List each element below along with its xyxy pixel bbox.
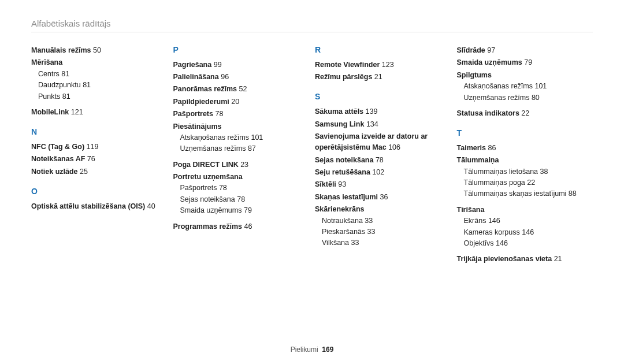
index-entry[interactable]: Sīktēli 93: [315, 179, 451, 190]
index-columns: Manuālais režīms 50MērīšanaCentrs 81Daud…: [31, 44, 593, 265]
index-subentry[interactable]: Objektīvs 146: [457, 238, 593, 249]
index-entry[interactable]: Sākuma attēls 139: [315, 106, 451, 117]
page-header: Alfabētiskais rādītājs: [31, 18, 593, 32]
index-subentry[interactable]: Notraukšana 33: [315, 216, 451, 226]
index-subentry[interactable]: Pašportrets 78: [173, 183, 310, 194]
section-letter: P: [173, 44, 310, 57]
index-entry[interactable]: Smaida uzņēmums 79: [457, 57, 593, 68]
index-group-head: Skārienekrāns: [315, 204, 451, 215]
index-subentry[interactable]: Tālummaiņas skaņas iestatījumi 88: [457, 188, 593, 199]
index-subentry[interactable]: Punkts 81: [31, 91, 168, 102]
index-entry[interactable]: Pagriešana 99: [173, 60, 310, 70]
index-entry[interactable]: Poga DIRECT LINK 23: [173, 159, 310, 170]
section-letter: S: [315, 91, 451, 103]
index-subentry[interactable]: Uzņemšanas režīms 87: [173, 143, 310, 154]
index-entry[interactable]: Sejas noteikšana 78: [315, 155, 451, 166]
index-entry[interactable]: Palielināšana 96: [173, 72, 310, 83]
index-subentry[interactable]: Atskaņošanas režīms 101: [173, 132, 310, 143]
index-entry[interactable]: Statusa indikators 22: [457, 108, 593, 119]
index-subentry[interactable]: Centrs 81: [31, 69, 168, 80]
index-subentry[interactable]: Atskaņošanas režīms 101: [457, 81, 593, 92]
index-subentry[interactable]: Vilkšana 33: [315, 237, 451, 248]
index-group-head: Mērīšana: [31, 57, 168, 68]
index-subentry[interactable]: Ekrāns 146: [457, 216, 593, 226]
index-group-head: Tīrīšana: [457, 205, 593, 216]
index-group-head: Spilgtums: [457, 70, 593, 81]
section-letter: O: [31, 185, 168, 198]
index-entry[interactable]: Trijkāja pievienošanas vieta 21: [457, 254, 593, 265]
index-entry[interactable]: Noteikšanas AF 76: [31, 154, 168, 165]
column-3: RRemote Viewfinder 123Režīmu pārslēgs 21…: [315, 44, 451, 265]
index-subentry[interactable]: Smaida uzņēmums 79: [173, 205, 310, 216]
index-group-head: Tālummaiņa: [457, 155, 593, 166]
index-entry[interactable]: Taimeris 86: [457, 143, 593, 154]
page-footer: Pielikumi 169: [0, 346, 624, 354]
footer-label: Pielikumi: [291, 346, 318, 354]
index-subentry[interactable]: Kameras korpuss 146: [457, 227, 593, 238]
index-entry[interactable]: Seju retušēšana 102: [315, 167, 451, 178]
index-group-head: Portretu uzņemšana: [173, 172, 310, 183]
index-entry[interactable]: Papildpiederumi 20: [173, 96, 310, 107]
section-letter: T: [457, 127, 593, 140]
index-entry[interactable]: Manuālais režīms 50: [31, 45, 168, 56]
column-1: Manuālais režīms 50MērīšanaCentrs 81Daud…: [31, 44, 168, 265]
index-subentry[interactable]: Daudzpunktu 81: [31, 80, 168, 91]
index-subentry[interactable]: Uzņemšanas režīms 80: [457, 92, 593, 103]
index-entry[interactable]: Remote Viewfinder 123: [315, 60, 451, 70]
index-entry[interactable]: MobileLink 121: [31, 107, 168, 118]
index-subentry[interactable]: Sejas noteikšana 78: [173, 194, 310, 205]
index-group-head: Piesātinājums: [173, 121, 310, 132]
index-entry[interactable]: Skaņas iestatījumi 36: [315, 192, 451, 203]
index-entry[interactable]: Optiskā attēlu stabilizēšana (OIS) 40: [31, 201, 168, 212]
index-subentry[interactable]: Tālummaiņas lietošana 38: [457, 166, 593, 177]
index-subentry[interactable]: Pieskaršanās 33: [315, 226, 451, 237]
index-subentry[interactable]: Tālummaiņas poga 22: [457, 177, 593, 188]
index-entry[interactable]: Samsung Link 134: [315, 119, 451, 130]
index-entry[interactable]: Pašportrets 78: [173, 109, 310, 120]
section-letter: R: [315, 44, 451, 57]
index-entry[interactable]: Panorāmas režīms 52: [173, 84, 310, 95]
footer-page-number: 169: [322, 346, 333, 354]
index-entry[interactable]: Programmas režīms 46: [173, 221, 310, 232]
column-2: PPagriešana 99Palielināšana 96Panorāmas …: [173, 44, 310, 265]
index-entry[interactable]: Slīdrāde 97: [457, 45, 593, 56]
section-letter: N: [31, 126, 168, 139]
index-entry[interactable]: NFC (Tag & Go) 119: [31, 142, 168, 153]
index-entry[interactable]: Notiek uzlāde 25: [31, 166, 168, 177]
index-entry[interactable]: Savienojuma izveide ar datoru ar operētā…: [315, 131, 451, 154]
index-entry[interactable]: Režīmu pārslēgs 21: [315, 72, 451, 83]
column-4: Slīdrāde 97Smaida uzņēmums 79SpilgtumsAt…: [457, 44, 593, 265]
